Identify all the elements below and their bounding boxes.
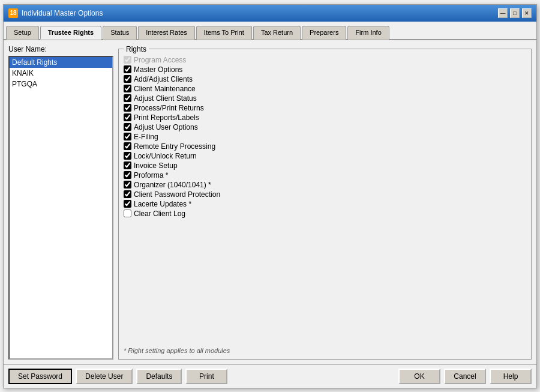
checkbox-remote-entry[interactable] xyxy=(124,142,131,150)
ok-button[interactable]: OK xyxy=(398,369,440,384)
maximize-button[interactable]: □ xyxy=(510,8,520,18)
rights-label-master-options: Master Options xyxy=(134,65,182,74)
cancel-button[interactable]: Cancel xyxy=(444,369,486,384)
tab-status[interactable]: Status xyxy=(103,26,137,40)
rights-item-organizer: Organizer (1040/1041) * xyxy=(124,181,526,189)
checkbox-organizer[interactable] xyxy=(124,181,131,188)
window-title: Individual Master Options xyxy=(22,9,103,17)
rights-label-organizer: Organizer (1040/1041) * xyxy=(134,181,211,189)
rights-item-invoice-setup: Invoice Setup xyxy=(124,161,526,170)
tab-firm-info[interactable]: Firm Info xyxy=(347,26,389,40)
rights-label-process-print-returns: Process/Print Returns xyxy=(134,104,204,112)
rights-label-clear-client-log: Clear Client Log xyxy=(134,210,185,218)
content-area: User Name: Default Rights KNAIK PTGQA Ri… xyxy=(4,40,536,364)
tab-trustee-rights[interactable]: Trustee Rights xyxy=(40,26,101,40)
rights-item-client-maintenance: Client Maintenance xyxy=(124,85,526,93)
close-button[interactable]: ✕ xyxy=(522,8,532,18)
rights-item-remote-entry: Remote Entry Processing xyxy=(124,142,526,151)
rights-label-adjust-client-status: Adjust Client Status xyxy=(134,94,197,103)
rights-label-e-filing: E-Filing xyxy=(134,133,158,141)
user-panel: User Name: Default Rights KNAIK PTGQA xyxy=(8,45,113,360)
set-password-button[interactable]: Set Password xyxy=(8,369,72,384)
footer-left: Set Password Delete User Defaults Print xyxy=(8,369,227,384)
rights-label-lock-unlock-return: Lock/Unlock Return xyxy=(134,152,197,160)
rights-item-add-adjust-clients: Add/Adjust Clients xyxy=(124,75,526,83)
rights-panel: Rights Program Access Master Options Add… xyxy=(118,45,532,360)
checkbox-lacerte-updates[interactable] xyxy=(124,200,131,208)
checkbox-proforma[interactable] xyxy=(124,171,131,179)
checkbox-client-password[interactable] xyxy=(124,190,131,198)
title-bar: 18 Individual Master Options — □ ✕ xyxy=(4,5,536,22)
rights-item-adjust-user-options: Adjust User Options xyxy=(124,123,526,131)
rights-legend: Rights xyxy=(124,45,149,53)
tab-items-to-print[interactable]: Items To Print xyxy=(196,26,252,40)
minimize-button[interactable]: — xyxy=(498,8,508,18)
checkbox-print-reports-labels[interactable] xyxy=(124,113,131,121)
footer: Set Password Delete User Defaults Print … xyxy=(4,364,536,388)
tab-setup[interactable]: Setup xyxy=(6,26,39,40)
rights-item-lacerte-updates: Lacerte Updates * xyxy=(124,200,526,208)
checkbox-program-access xyxy=(124,56,131,64)
checkbox-client-maintenance[interactable] xyxy=(124,85,131,92)
rights-item-program-access: Program Access xyxy=(124,56,526,64)
tab-bar: Setup Trustee Rights Status Interest Rat… xyxy=(4,23,536,40)
rights-item-e-filing: E-Filing xyxy=(124,133,526,141)
rights-item-proforma: Proforma * xyxy=(124,171,526,179)
rights-label-adjust-user-options: Adjust User Options xyxy=(134,123,198,131)
print-button[interactable]: Print xyxy=(185,369,227,384)
rights-item-process-print-returns: Process/Print Returns xyxy=(124,104,526,112)
rights-item-lock-unlock-return: Lock/Unlock Return xyxy=(124,152,526,160)
checkbox-process-print-returns[interactable] xyxy=(124,104,131,112)
checkbox-clear-client-log[interactable] xyxy=(124,210,131,217)
rights-item-clear-client-log: Clear Client Log xyxy=(124,210,526,218)
delete-user-button[interactable]: Delete User xyxy=(76,369,133,384)
rights-item-master-options: Master Options xyxy=(124,65,526,74)
footer-right: OK Cancel Help xyxy=(398,369,532,384)
help-button[interactable]: Help xyxy=(490,369,532,384)
checkbox-lock-unlock-return[interactable] xyxy=(124,152,131,160)
checkbox-add-adjust-clients[interactable] xyxy=(124,75,131,83)
rights-list: Program Access Master Options Add/Adjust… xyxy=(124,56,526,345)
user-name-label: User Name: xyxy=(8,45,113,53)
checkbox-invoice-setup[interactable] xyxy=(124,161,131,169)
defaults-button[interactable]: Defaults xyxy=(136,369,182,384)
user-list-item-ptgqa[interactable]: PTGQA xyxy=(10,79,112,89)
rights-label-print-reports-labels: Print Reports/Labels xyxy=(134,113,199,122)
rights-item-print-reports-labels: Print Reports/Labels xyxy=(124,113,526,122)
user-list-item-default[interactable]: Default Rights xyxy=(10,57,112,68)
app-icon: 18 xyxy=(8,8,18,18)
rights-label-lacerte-updates: Lacerte Updates * xyxy=(134,200,191,208)
rights-item-client-password: Client Password Protection xyxy=(124,190,526,199)
rights-label-add-adjust-clients: Add/Adjust Clients xyxy=(134,75,193,83)
tab-tax-return[interactable]: Tax Return xyxy=(253,26,301,40)
rights-label-proforma: Proforma * xyxy=(134,171,168,179)
rights-label-program-access: Program Access xyxy=(134,56,186,64)
user-list[interactable]: Default Rights KNAIK PTGQA xyxy=(8,56,113,360)
checkbox-adjust-user-options[interactable] xyxy=(124,123,131,131)
tab-preparers[interactable]: Preparers xyxy=(302,26,346,40)
checkbox-master-options[interactable] xyxy=(124,65,131,73)
rights-label-client-maintenance: Client Maintenance xyxy=(134,85,196,93)
rights-note: * Right setting applies to all modules xyxy=(124,347,526,354)
checkbox-e-filing[interactable] xyxy=(124,133,131,140)
tab-interest-rates[interactable]: Interest Rates xyxy=(138,26,194,40)
rights-label-client-password: Client Password Protection xyxy=(134,190,220,199)
main-window: 18 Individual Master Options — □ ✕ Setup… xyxy=(3,4,537,388)
user-list-item-knaik[interactable]: KNAIK xyxy=(10,68,112,79)
rights-item-adjust-client-status: Adjust Client Status xyxy=(124,94,526,103)
rights-label-invoice-setup: Invoice Setup xyxy=(134,161,178,170)
rights-label-remote-entry: Remote Entry Processing xyxy=(134,142,215,151)
main-area: User Name: Default Rights KNAIK PTGQA Ri… xyxy=(8,45,532,360)
checkbox-adjust-client-status[interactable] xyxy=(124,94,131,102)
